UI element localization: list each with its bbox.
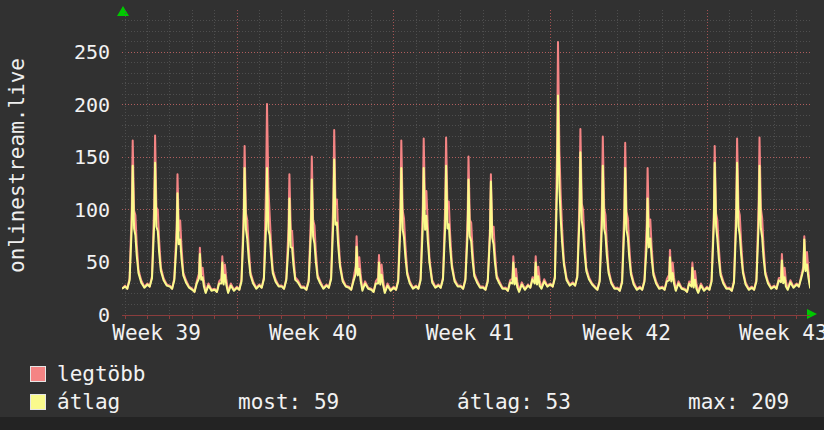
vertical-site-title: onlinestream.live <box>5 58 29 273</box>
stat-atlag: átlag: 53 <box>457 390 571 414</box>
chart-plot-area <box>122 10 810 322</box>
legend-item-max: legtöbb <box>30 362 146 388</box>
legend-avg-swatch-icon <box>30 394 46 410</box>
x-tick-label: Week 41 <box>426 320 566 346</box>
legend-item-avg: átlag <box>30 390 120 416</box>
stat-most-label: most: <box>238 390 301 414</box>
stat-max: max: 209 <box>688 390 789 414</box>
legend-max-swatch-icon <box>30 366 46 382</box>
y-tick-label: 0 <box>30 302 110 328</box>
x-tick-label: Week 43 <box>739 320 824 346</box>
stat-atlag-label: átlag: <box>457 390 533 414</box>
stat-most-value: 59 <box>314 390 339 414</box>
y-tick-label: 100 <box>30 197 110 223</box>
stat-max-label: max: <box>688 390 739 414</box>
graph-panel: onlinestream.live 050100150200250 Week 3… <box>0 0 824 417</box>
y-tick-label: 250 <box>30 39 110 65</box>
stat-atlag-value: 53 <box>546 390 571 414</box>
page-bottom-strip <box>0 417 824 430</box>
x-tick-label: Week 42 <box>582 320 722 346</box>
x-tick-label: Week 40 <box>269 320 409 346</box>
y-tick-label: 200 <box>30 92 110 118</box>
stat-most: most: 59 <box>238 390 339 414</box>
y-tick-label: 50 <box>30 249 110 275</box>
legend-avg-label: átlag <box>57 390 120 414</box>
stat-max-value: 209 <box>751 390 789 414</box>
legend-max-label: legtöbb <box>57 362 146 386</box>
x-tick-label: Week 39 <box>112 320 252 346</box>
y-tick-label: 150 <box>30 144 110 170</box>
